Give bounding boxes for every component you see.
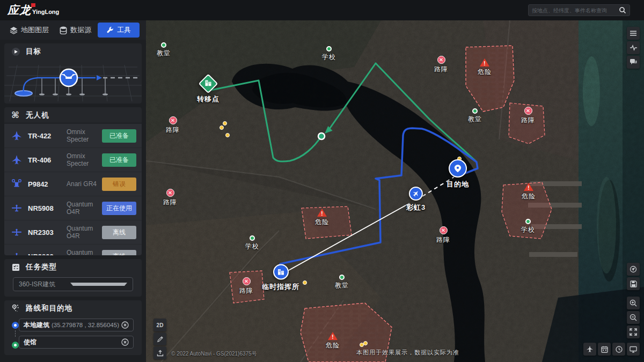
- locate-button[interactable]: [627, 263, 640, 276]
- clock-button[interactable]: [612, 343, 625, 356]
- monitor-button[interactable]: [627, 343, 640, 356]
- drone-id: TR-422: [28, 132, 67, 140]
- logo-en: YingLong: [32, 9, 59, 15]
- map-area[interactable]: 教堂学校✕路障!危险教堂✕路障✕路障✕路障!危险!危险学校✕路障学校教堂✕路障!…: [146, 20, 644, 362]
- tab-map-layers[interactable]: 地图图层: [5, 23, 53, 38]
- route-rows: 本地建筑 (35.279878 , 32.856045) 使馆: [4, 316, 142, 349]
- search-box: [528, 4, 630, 16]
- origin-field[interactable]: 本地建筑 (35.279878 , 32.856045): [19, 319, 134, 331]
- drone-row[interactable]: P9842Anari GR4错误: [4, 172, 142, 196]
- mission-panel-header: 任务类型: [4, 259, 142, 275]
- marker-command[interactable]: 临时指挥所: [262, 264, 299, 292]
- map-disclaimer: 本图用于效果展示，数据以实际为准: [356, 349, 459, 357]
- marker-transfer[interactable]: 转移点: [197, 75, 219, 104]
- edit-button[interactable]: [153, 333, 166, 345]
- sidebar: 地图图层 数据源 工具: [0, 20, 146, 362]
- drone-status-badge[interactable]: 正在使用: [102, 202, 136, 215]
- save-button[interactable]: [627, 277, 640, 290]
- zoom-out-button[interactable]: [627, 311, 640, 324]
- map-rail-top-right: [627, 27, 640, 69]
- drone-row[interactable]: NR2303Quantum O4R离线: [4, 220, 142, 244]
- drone-model: Omnix Specter: [67, 128, 102, 143]
- clear-origin-icon[interactable]: [121, 321, 129, 329]
- satellite-basemap: [146, 20, 644, 362]
- drone-status-badge[interactable]: 错误: [102, 178, 136, 191]
- fixed-wing-drone-icon: [10, 154, 24, 165]
- layers-icon: [10, 26, 18, 34]
- route-pin-icon: [11, 304, 20, 313]
- chevron-down-icon: [70, 283, 127, 286]
- calendar-button[interactable]: [598, 343, 611, 356]
- yellow-dot-marker: [223, 121, 227, 125]
- topbar: 应龙 YingLong: [0, 0, 644, 20]
- drone-id: P9842: [28, 180, 67, 188]
- chat-button[interactable]: [627, 56, 640, 69]
- pulse-button[interactable]: [627, 41, 640, 54]
- marker-label: 转移点: [197, 94, 219, 104]
- transfer-point-icon: [199, 74, 218, 94]
- drone-status-badge[interactable]: 已准备: [102, 129, 136, 143]
- drones-panel-header: ⌘ 无人机: [4, 107, 142, 123]
- mission-type-select[interactable]: 360-ISR建筑: [13, 277, 133, 291]
- route-panel: 路线和目的地 本地建筑 (35.279878 , 32.856045): [4, 300, 142, 355]
- destination-marker-icon: [449, 159, 467, 178]
- drone-row[interactable]: NR5908Quantum O4R正在使用: [4, 196, 142, 220]
- drone-status-badge[interactable]: 已准备: [102, 153, 136, 167]
- map-rail-bottom-right: [627, 263, 640, 338]
- checklist-icon: [11, 262, 20, 272]
- drone-row[interactable]: NR9802Quantum O4R离线: [4, 245, 142, 255]
- origin-coords: (35.279878 , 32.856045): [52, 322, 119, 328]
- drones-panel: ⌘ 无人机 TR-422Omnix Specter已准备TR-406Omnix …: [4, 107, 142, 255]
- target-3d-visualization: [4, 60, 142, 102]
- app-root: 应龙 YingLong 地图图层: [0, 0, 644, 362]
- origin-value: 本地建筑: [24, 321, 49, 330]
- map-row-bottom-right: [583, 343, 640, 356]
- drone-model: Quantum O4R: [67, 225, 102, 240]
- menu-button[interactable]: [627, 27, 640, 40]
- glider-drone-icon: [10, 251, 24, 255]
- brand-logo: 应龙 YingLong: [8, 3, 59, 18]
- plane-button[interactable]: [583, 343, 596, 356]
- tab-data-source[interactable]: 数据源: [55, 23, 96, 38]
- tab-tools[interactable]: 工具: [98, 23, 140, 38]
- destination-value: 使馆: [24, 338, 36, 347]
- destination-pin-icon: [12, 342, 19, 349]
- drone-id: NR5908: [28, 204, 67, 212]
- mission-type-value: 360-ISR建筑: [19, 280, 70, 289]
- command-marker-icon: [273, 264, 289, 280]
- route-connector: [15, 330, 16, 337]
- origin-pin-icon: [12, 322, 19, 329]
- drones-title: 无人机: [26, 110, 49, 120]
- drone-model: Omnix Specter: [67, 152, 102, 167]
- sidebar-tabs: 地图图层 数据源 工具: [0, 20, 146, 40]
- search-icon[interactable]: [619, 6, 626, 14]
- fixed-wing-drone-icon: [10, 130, 24, 141]
- logo-cn: 应龙: [8, 3, 31, 18]
- quad-drone-icon: [10, 179, 24, 189]
- drone-id: NR9802: [28, 253, 67, 256]
- drone-status-badge[interactable]: 离线: [102, 250, 136, 256]
- fullscreen-button[interactable]: [627, 326, 640, 338]
- marker-uav[interactable]: 彩虹3: [406, 187, 426, 212]
- target-title: 目标: [26, 47, 41, 56]
- drone-command-icon: ⌘: [11, 110, 20, 120]
- drone-row[interactable]: TR-422Omnix Specter已准备: [4, 124, 142, 147]
- drone-row[interactable]: TR-406Omnix Specter已准备: [4, 148, 142, 172]
- destination-field[interactable]: 使馆: [19, 336, 134, 349]
- wrench-icon: [106, 26, 114, 34]
- yellow-dot-marker: [219, 125, 224, 130]
- marker-label: 彩虹3: [406, 203, 426, 212]
- zoom-in-button[interactable]: [627, 297, 640, 309]
- drone-status-badge[interactable]: 离线: [102, 226, 136, 239]
- tab-label: 地图图层: [21, 25, 49, 35]
- drone-model: Quantum O4R: [67, 249, 102, 255]
- route-title: 路线和目的地: [26, 304, 72, 313]
- map-stack-bottom-left: 2D: [153, 319, 166, 359]
- mission-title: 任务类型: [26, 262, 57, 272]
- search-input[interactable]: [532, 8, 619, 13]
- clear-destination-icon[interactable]: [121, 338, 129, 346]
- view-2d-button[interactable]: 2D: [153, 319, 166, 331]
- marker-label: 临时指挥所: [262, 282, 299, 292]
- upload-button[interactable]: [153, 346, 166, 359]
- marker-destination[interactable]: 目的地: [447, 159, 469, 189]
